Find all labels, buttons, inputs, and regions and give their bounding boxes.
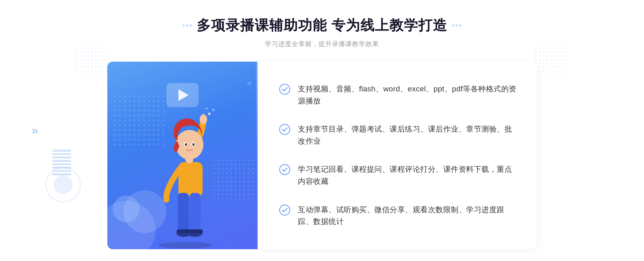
title-dots-right (452, 24, 461, 27)
svg-rect-3 (189, 193, 201, 233)
feature-text-4: 互动弹幕、试听购买、微信分享、观看次数限制、学习进度跟踪、数据统计 (298, 204, 518, 228)
feature-item-3: 学习笔记回看、课程提问、课程评论打分、课件资料下载，重点内容收藏 (279, 156, 518, 195)
chevron-left-deco: » (32, 124, 38, 137)
svg-point-18 (206, 108, 207, 109)
svg-rect-2 (178, 193, 189, 233)
check-icon-4 (279, 204, 290, 216)
svg-point-12 (185, 143, 187, 146)
features-panel: 支持视频、音频、flash、word、excel、ppt、pdf等各种格式的资源… (258, 62, 537, 249)
deco-dots-left (75, 43, 107, 75)
title-row: 多项录播课辅助功能 专为线上教学打造 (183, 16, 461, 35)
svg-point-17 (212, 109, 214, 111)
illustration-panel: « (107, 62, 258, 249)
title-dots-left (183, 24, 192, 27)
svg-point-20 (280, 124, 290, 135)
svg-point-19 (280, 84, 290, 94)
header-area: 多项录播课辅助功能 专为线上教学打造 学习进度全掌握，提升录播课教学效果 (183, 16, 461, 48)
accent-bar (256, 62, 258, 249)
illus-chevrons: « (247, 78, 250, 88)
svg-point-13 (192, 143, 195, 146)
svg-point-0 (158, 242, 212, 248)
feature-item-4: 互动弹幕、试听购买、微信分享、观看次数限制、学习进度跟踪、数据统计 (279, 196, 518, 236)
page-wrapper: » 多项录播课辅助功能 专为线上教学打造 学习进度全掌握，提升录播课教学效果 (0, 0, 644, 261)
main-title: 多项录播课辅助功能 专为线上教学打造 (197, 16, 447, 35)
check-icon-1 (279, 84, 290, 95)
svg-point-22 (280, 205, 290, 215)
feature-item-2: 支持章节目录、弹题考试、课后练习、课后作业、章节测验、批改作业 (279, 116, 518, 155)
feature-text-3: 学习笔记回看、课程提问、课程评论打分、课件资料下载，重点内容收藏 (298, 163, 518, 188)
svg-point-9 (175, 130, 203, 159)
feature-text-2: 支持章节目录、弹题考试、课后练习、课后作业、章节测验、批改作业 (298, 123, 518, 147)
person-illustration (137, 99, 228, 249)
svg-point-16 (208, 113, 211, 115)
feature-item-1: 支持视频、音频、flash、word、excel、ppt、pdf等各种格式的资源… (279, 76, 518, 115)
check-icon-3 (279, 164, 290, 175)
svg-point-21 (280, 165, 290, 175)
feature-text-1: 支持视频、音频、flash、word、excel、ppt、pdf等各种格式的资源… (298, 83, 518, 107)
svg-rect-15 (202, 114, 205, 121)
subtitle: 学习进度全掌握，提升录播课教学效果 (183, 40, 461, 48)
check-icon-2 (279, 124, 290, 135)
deco-circle-inner (54, 175, 72, 194)
svg-rect-7 (188, 229, 203, 233)
content-area: « (107, 62, 537, 249)
illus-circle-3 (113, 196, 140, 222)
deco-stripes (52, 150, 71, 175)
deco-dots-right (534, 43, 566, 75)
